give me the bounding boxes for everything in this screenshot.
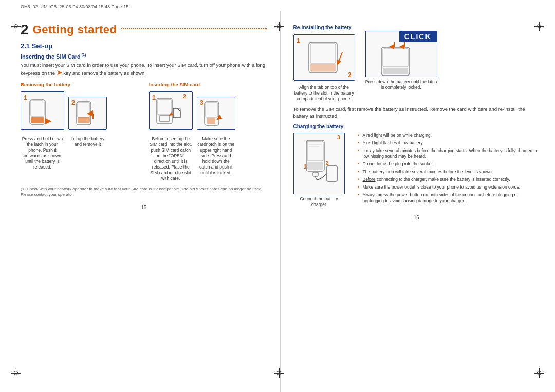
file-header-text: OH5_02_UM_GB_25-06-04 30/08/04 15:43 Pag…: [21, 4, 128, 9]
battery-section: 3: [293, 133, 540, 208]
click-phone-svg: [366, 40, 433, 82]
click-image-box: CLICK: [365, 31, 437, 77]
removing-captions: Press and hold down the latch in your ph…: [21, 134, 139, 170]
bullet-5: The battery icon will take several minut…: [358, 169, 540, 175]
svg-rect-5: [78, 117, 90, 123]
sim-step3-image: 3: [197, 97, 235, 130]
page-left: 2 Getting started 2.1 Set-up Inserting t…: [0, 11, 281, 392]
inserting-sim-heading: Inserting the SIM Card (1): [21, 53, 267, 60]
page-container: OH5_02_UM_GB_25-06-04 30/08/04 15:43 Pag…: [0, 0, 555, 392]
inserting-sim-images: 1 2: [149, 91, 267, 130]
bullet-1: A red light will be on while charging.: [358, 133, 540, 139]
reinstall-image: 1 2: [293, 34, 355, 81]
charger-step3: 3: [337, 135, 340, 140]
bullet-6: Before connecting to the charger, make s…: [358, 177, 540, 183]
sim-captions: Before inserting the SIM card into the s…: [149, 134, 267, 181]
removing-battery-images: 1: [21, 91, 139, 130]
svg-rect-24: [307, 162, 323, 170]
charging-heading: Charging the battery: [293, 124, 540, 129]
reinstall-heading: Re-installing the battery: [293, 25, 355, 30]
svg-rect-2: [31, 117, 44, 123]
reg-mark-top-center: [274, 22, 284, 31]
removing-caption1: Press and hold down the latch in your ph…: [21, 136, 64, 170]
reinstall-caption: Align the tab on top of the battery to t…: [293, 85, 355, 102]
charger-image: 3: [293, 133, 345, 194]
step2-number: 2: [71, 99, 75, 106]
reinstall-step2: 2: [348, 71, 351, 79]
battery-bullet-list: A red light will be on while charging. A…: [358, 133, 540, 204]
page-number-right: 16: [293, 213, 540, 222]
power-key-icon: ➤: [57, 69, 62, 77]
reg-mark-bottom-right: [534, 368, 544, 378]
sim-insert-svg1: [153, 96, 189, 126]
svg-rect-6: [157, 98, 172, 124]
removing-caption2: Lift up the battery and remove it: [68, 136, 107, 170]
svg-rect-7: [158, 99, 171, 115]
chapter-dots: [121, 28, 267, 29]
reg-mark-bottom-center: [274, 368, 284, 378]
reg-mark-bottom-left: [11, 368, 21, 378]
removing-step1-image: 1: [21, 91, 64, 130]
bullet-8: Always press the power button on both si…: [358, 192, 540, 204]
reg-mark-top-right: [534, 22, 544, 31]
svg-text:1: 1: [304, 164, 307, 170]
reinstall-images-col: Re-installing the battery 1 2: [293, 22, 355, 102]
file-header: OH5_02_UM_GB_25-06-04 30/08/04 15:43 Pag…: [0, 0, 555, 11]
two-column-section: Removing the battery 1: [21, 82, 267, 181]
svg-rect-4: [78, 103, 90, 117]
phone-remove-battery-svg: [25, 96, 61, 126]
charger-svg: 1 2: [296, 135, 342, 192]
footnote: (1) Check with your network operator to …: [21, 186, 267, 197]
sim-removal-text: To remove the SIM card, first remove the…: [293, 106, 540, 120]
chapter-number: 2: [21, 22, 29, 38]
sim-step12-image: 1 2: [149, 91, 193, 130]
sim-step3-num: 3: [200, 99, 203, 106]
click-col: CLICK: [365, 31, 437, 90]
inserting-sim-card-label: Inserting the SIM card: [149, 82, 267, 87]
reinstall-svg: [296, 37, 353, 78]
sim-caption2: Make sure the cardnotch is on the upper …: [197, 136, 235, 181]
charger-caption: Connect the battery charger: [293, 196, 345, 208]
inserting-sim-col: Inserting the SIM card 1 2: [149, 82, 267, 181]
removing-step2-image: 2: [68, 97, 107, 130]
page-right: Re-installing the battery 1 2: [281, 11, 556, 392]
sim-step1-num: 1: [152, 94, 156, 101]
reinstall-step1: 1: [297, 36, 300, 44]
svg-rect-13: [207, 118, 215, 124]
svg-rect-18: [383, 49, 408, 67]
click-badge: CLICK: [399, 31, 437, 42]
charger-image-col: 3: [293, 133, 350, 208]
svg-text:2: 2: [326, 160, 329, 166]
bullet-4: Do not force the plug into the socket.: [358, 161, 540, 167]
svg-rect-15: [310, 44, 336, 63]
svg-rect-9: [173, 108, 180, 118]
step1-number: 1: [24, 94, 27, 101]
svg-rect-12: [206, 103, 218, 117]
svg-marker-10: [173, 108, 180, 118]
svg-rect-8: [160, 115, 169, 122]
removing-battery-col: Removing the battery 1: [21, 82, 139, 181]
svg-rect-25: [313, 172, 318, 176]
reinstall-section: Re-installing the battery 1 2: [293, 22, 540, 102]
section-heading: 2.1 Set-up: [21, 42, 267, 50]
chapter-title: Getting started: [33, 23, 117, 36]
svg-rect-19: [383, 68, 408, 74]
svg-rect-1: [31, 101, 44, 116]
inserting-sim-body: You must insert your SIM card in order t…: [21, 62, 267, 78]
sim-insert-svg2: [200, 99, 231, 127]
sim-step2-num-inline: 2: [183, 94, 186, 99]
removing-battery-label: Removing the battery: [21, 82, 139, 87]
phone-lift-battery-svg: [72, 99, 103, 127]
bullet-7: Make sure the power outlet is close to y…: [358, 184, 540, 191]
page-number-left: 15: [21, 202, 267, 212]
svg-rect-26: [327, 166, 337, 181]
bullet-3: It may take several minutes before the c…: [358, 148, 540, 160]
reinstall-image-row: 1 2: [293, 34, 355, 81]
chapter-heading: 2 Getting started: [21, 22, 267, 38]
bullet-2: A red light flashes if low battery.: [358, 140, 540, 146]
svg-rect-16: [310, 64, 336, 71]
sim-caption1: Before inserting the SIM card into the s…: [149, 136, 193, 181]
battery-bullets-col: A red light will be on while charging. A…: [358, 133, 540, 208]
reg-mark-top-left: [11, 22, 21, 31]
